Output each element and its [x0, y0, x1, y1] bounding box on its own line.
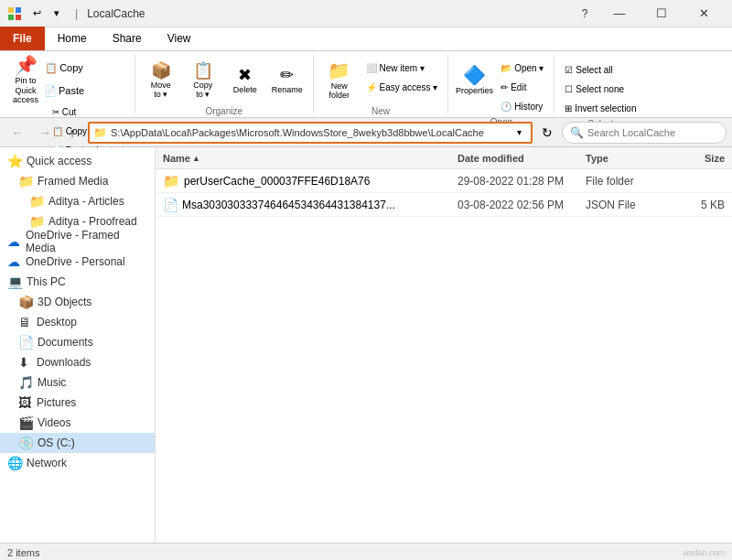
sidebar-item-network[interactable]: 🌐 Network: [0, 453, 155, 473]
file-name-folder: 📁 perUserCache_000037FFE46D18A76: [159, 173, 454, 189]
copy-button[interactable]: 📋 Copy: [48, 57, 81, 79]
onedrive-framed-icon: ☁: [7, 234, 22, 249]
col-type[interactable]: Type: [582, 153, 673, 164]
onedrive-personal-icon: ☁: [7, 254, 22, 269]
tab-share[interactable]: Share: [100, 27, 155, 50]
sidebar-item-quickaccess[interactable]: ⭐ Quick access: [0, 151, 155, 171]
sidebar-item-downloads[interactable]: ⬇ Downloads: [0, 352, 155, 372]
quick-access-toolbar: ↩ ▾: [27, 5, 66, 23]
address-bar-dropdown[interactable]: ▾: [511, 123, 527, 143]
sidebar-item-osc[interactable]: 💿 OS (C:): [0, 433, 155, 453]
tab-home[interactable]: Home: [45, 27, 100, 50]
sidebar-3dobjects-label: 3D Objects: [38, 296, 92, 308]
sidebar-item-onedrive-framed[interactable]: ☁ OneDrive - Framed Media: [0, 232, 155, 252]
properties-button[interactable]: 🔷 Properties: [454, 57, 494, 104]
sidebar-network-label: Network: [27, 457, 67, 469]
sidebar-desktop-label: Desktop: [37, 316, 77, 328]
svg-rect-3: [16, 15, 21, 20]
paste-button[interactable]: 📄 Paste: [48, 80, 81, 102]
easy-access-button[interactable]: ⚡ Easy access ▾: [361, 78, 443, 96]
minimize-button[interactable]: —: [598, 0, 640, 27]
framedmedia-icon: 📁: [18, 174, 34, 188]
sidebar-framedmedia-label: Framed Media: [38, 175, 108, 188]
delete-button[interactable]: ✖ Delete: [225, 57, 265, 104]
pin-button[interactable]: 📌 Pin to Quickaccess: [5, 57, 46, 104]
search-box: 🔍: [562, 122, 727, 144]
new-small-btns: ⬜ New item ▾ ⚡ Easy access ▾: [361, 57, 443, 96]
file-date-folder: 29-08-2022 01:28 PM: [454, 175, 582, 188]
close-button[interactable]: ✕: [683, 0, 725, 27]
move-button[interactable]: 📦 Moveto ▾: [141, 57, 181, 104]
sidebar-articles-label: Aditya - Articles: [48, 195, 124, 208]
help-button[interactable]: ?: [571, 0, 598, 27]
open-button[interactable]: 📂 Open ▾: [496, 59, 548, 77]
copy-to-button[interactable]: 📋 Copyto ▾: [183, 57, 223, 104]
tab-file[interactable]: File: [0, 27, 45, 50]
select-all-button[interactable]: ☑ Select all: [560, 60, 640, 79]
sidebar-item-thispc[interactable]: 💻 This PC: [0, 272, 155, 292]
address-bar[interactable]: 📁 S:\AppData\Local\Packages\Microsoft.Wi…: [88, 122, 533, 144]
copy-to-label: Copyto ▾: [193, 81, 212, 99]
ribbon-group-open: 🔷 Properties 📂 Open ▾ ✏ Edit 🕐 History O…: [448, 55, 554, 113]
search-input[interactable]: [587, 127, 718, 138]
cut-button[interactable]: ✂ Cut: [48, 102, 129, 121]
tab-view[interactable]: View: [155, 27, 204, 50]
new-folder-button[interactable]: 📁 Newfolder: [319, 57, 360, 104]
rename-button[interactable]: ✏ Rename: [267, 57, 307, 104]
sidebar-onedrive-framed-label: OneDrive - Framed Media: [26, 229, 147, 254]
ribbon: File Home Share View 📌 Pin to Quickacces…: [0, 27, 732, 118]
sidebar-item-desktop[interactable]: 🖥 Desktop: [0, 312, 155, 332]
rename-label: Rename: [272, 85, 303, 94]
sidebar-music-label: Music: [38, 376, 66, 389]
qat-undo[interactable]: ↩: [27, 5, 46, 23]
sidebar-item-videos[interactable]: 🎬 Videos: [0, 413, 155, 433]
sidebar-osc-label: OS (C:): [38, 436, 75, 449]
new-buttons: 📁 Newfolder ⬜ New item ▾ ⚡ Easy access ▾: [319, 57, 443, 104]
edit-button[interactable]: ✏ Edit: [496, 78, 548, 96]
maximize-button[interactable]: ☐: [640, 0, 683, 27]
file-row-json[interactable]: 📄 Msa303030333746464534364431384137... 0…: [156, 193, 732, 217]
new-item-button[interactable]: ⬜ New item ▾: [361, 59, 443, 77]
main-content: ⭐ Quick access 📁 Framed Media 📁 Aditya -…: [0, 147, 732, 543]
ribbon-group-organize: 📦 Moveto ▾ 📋 Copyto ▾ ✖ Delete ✏ Rename …: [135, 55, 314, 113]
music-icon: 🎵: [18, 375, 34, 390]
back-button[interactable]: ←: [5, 121, 29, 145]
new-folder-label: Newfolder: [328, 81, 350, 100]
up-button[interactable]: ↑: [60, 121, 84, 145]
forward-button[interactable]: →: [33, 121, 57, 145]
folder-icon: 📁: [163, 173, 180, 189]
invert-selection-button[interactable]: ⊞ Invert selection: [560, 99, 640, 117]
sidebar-item-documents[interactable]: 📄 Documents: [0, 332, 155, 352]
col-name[interactable]: Name ▲: [159, 153, 454, 164]
title-bar-left: ↩ ▾ | LocalCache: [7, 5, 145, 23]
sidebar-videos-label: Videos: [38, 416, 70, 429]
sidebar-item-music[interactable]: 🎵 Music: [0, 372, 155, 393]
col-size[interactable]: Size: [673, 153, 728, 164]
svg-rect-0: [8, 7, 14, 13]
json-file-icon: 📄: [163, 198, 178, 212]
qat-chevron[interactable]: ▾: [48, 5, 66, 23]
history-button[interactable]: 🕐 History: [496, 97, 548, 115]
new-label: New: [371, 104, 390, 116]
address-bar-text: S:\AppData\Local\Packages\Microsoft.Wind…: [111, 127, 511, 138]
refresh-button[interactable]: ↻: [536, 122, 558, 144]
file-name-json: 📄 Msa303030333746464534364431384137...: [159, 198, 454, 212]
paste-icon: 📄: [44, 85, 57, 97]
organize-label: Organize: [205, 104, 242, 116]
quickaccess-icon: ⭐: [7, 154, 23, 168]
ribbon-group-clipboard: 📌 Pin to Quickaccess 📋 Copy 📄 Paste ✂ Cu…: [0, 55, 135, 113]
sidebar-item-articles[interactable]: 📁 Aditya - Articles: [0, 191, 155, 211]
sidebar-item-onedrive-personal[interactable]: ☁ OneDrive - Personal: [0, 252, 155, 272]
file-row-folder[interactable]: 📁 perUserCache_000037FFE46D18A76 29-08-2…: [156, 169, 732, 193]
delete-label: Delete: [233, 85, 257, 94]
sidebar-item-framedmedia[interactable]: 📁 Framed Media: [0, 171, 155, 191]
3dobjects-icon: 📦: [18, 295, 34, 309]
file-list-header: Name ▲ Date modified Type Size: [156, 147, 732, 169]
select-none-button[interactable]: ☐ Select none: [560, 80, 640, 98]
organize-buttons: 📦 Moveto ▾ 📋 Copyto ▾ ✖ Delete ✏ Rename: [141, 57, 307, 104]
search-icon: 🔍: [570, 126, 584, 139]
col-date[interactable]: Date modified: [454, 153, 582, 164]
sidebar-item-3dobjects[interactable]: 📦 3D Objects: [0, 292, 155, 312]
sidebar-item-pictures[interactable]: 🖼 Pictures: [0, 393, 155, 413]
svg-rect-1: [16, 7, 21, 13]
